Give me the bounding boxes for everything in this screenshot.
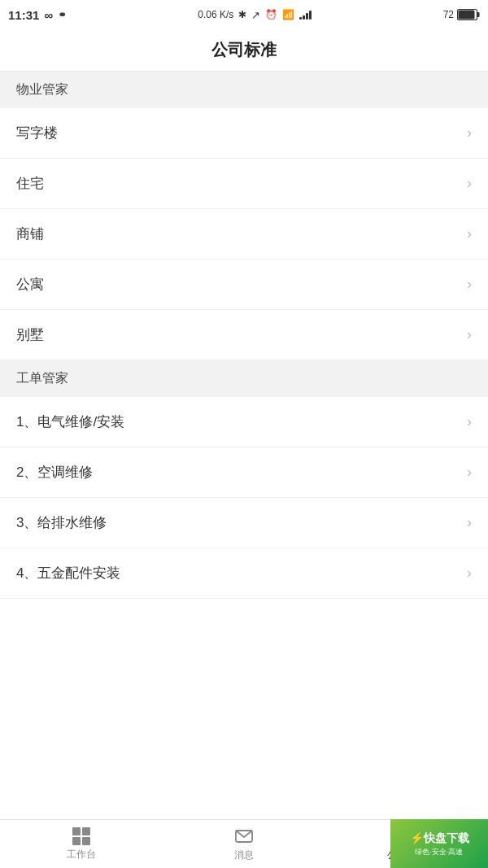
chevron-right-icon: › xyxy=(467,326,472,343)
list-item-4[interactable]: 公寓› xyxy=(0,260,488,310)
watermark-text: ⚡快盘下载 绿色·安全·高速 xyxy=(407,827,473,860)
nav-item-workbench[interactable]: 工作台 xyxy=(0,820,163,868)
svg-rect-1 xyxy=(477,12,480,17)
status-bar: 11:31 ∞ ⚭ 0.06 K/s ✱ ↗ ⏰ 📶 72 xyxy=(0,0,488,29)
chevron-right-icon: › xyxy=(467,124,472,142)
list-item-2[interactable]: 住宅› xyxy=(0,159,488,209)
chevron-right-icon: › xyxy=(467,276,472,293)
nav-label-workbench: 工作台 xyxy=(67,848,96,861)
wifi-icon: 📶 xyxy=(282,9,294,20)
battery-icon xyxy=(457,9,480,20)
mobile-signal-icon xyxy=(299,10,312,20)
list-item-5[interactable]: 别墅› xyxy=(0,310,488,360)
mail-icon xyxy=(234,827,254,846)
page-title-text: 公司标准 xyxy=(211,39,277,61)
grid-icon xyxy=(72,827,90,845)
nav-label-message: 消息 xyxy=(234,848,254,862)
chevron-right-icon: › xyxy=(467,514,472,531)
battery-percent: 72 xyxy=(443,9,454,20)
chevron-right-icon: › xyxy=(467,175,472,192)
chevron-right-icon: › xyxy=(467,413,472,430)
list-item-label-10: 4、五金配件安装 xyxy=(16,564,120,582)
list-item-label-9: 3、给排水维修 xyxy=(16,513,107,532)
list-item-label-8: 2、空调维修 xyxy=(16,463,93,482)
infinity-icon: ∞ xyxy=(44,8,53,22)
chevron-right-icon: › xyxy=(467,225,472,242)
list-item-label-1: 写字楼 xyxy=(16,124,58,142)
chevron-right-icon: › xyxy=(467,464,472,481)
status-time: 11:31 ∞ ⚭ xyxy=(8,8,67,22)
list-item-1[interactable]: 写字楼› xyxy=(0,108,488,159)
page-title-bar: 公司标准 xyxy=(0,29,488,72)
bluetooth-icon: ✱ xyxy=(238,9,246,20)
svg-rect-2 xyxy=(459,11,475,20)
list-item-label-4: 公寓 xyxy=(16,275,44,294)
cast-icon: ⚭ xyxy=(58,9,67,21)
status-right: 72 xyxy=(443,9,480,20)
nav-item-message[interactable]: 消息 xyxy=(163,820,325,868)
list-item-3[interactable]: 商铺› xyxy=(0,209,488,260)
list-item-label-2: 住宅 xyxy=(16,174,44,193)
list-item-10[interactable]: 4、五金配件安装› xyxy=(0,548,488,599)
list-item-label-5: 别墅 xyxy=(16,325,44,344)
chevron-right-icon: › xyxy=(467,565,472,582)
watermark-badge: ⚡快盘下载 绿色·安全·高速 xyxy=(390,819,488,868)
list-item-9[interactable]: 3、给排水维修› xyxy=(0,498,488,548)
speed-text: 0.06 K/s xyxy=(198,9,233,20)
list-item-7[interactable]: 1、电气维修/安装› xyxy=(0,397,488,447)
signal-arrow-icon: ↗ xyxy=(251,9,260,21)
list-container: 物业管家写字楼›住宅›商铺›公寓›别墅›工单管家1、电气维修/安装›2、空调维修… xyxy=(0,72,488,819)
bottom-nav: 工作台 消息 公司标准 ⚡快盘下载 绿色·安全·高速 xyxy=(0,819,488,868)
list-item-8[interactable]: 2、空调维修› xyxy=(0,447,488,498)
section-header-6: 工单管家 xyxy=(0,360,488,397)
time-text: 11:31 xyxy=(8,8,39,22)
list-item-label-7: 1、电气维修/安装 xyxy=(16,412,124,431)
list-item-label-3: 商铺 xyxy=(16,225,44,243)
alarm-icon: ⏰ xyxy=(265,9,277,20)
status-center: 0.06 K/s ✱ ↗ ⏰ 📶 xyxy=(198,9,312,21)
section-header-0: 物业管家 xyxy=(0,72,488,108)
